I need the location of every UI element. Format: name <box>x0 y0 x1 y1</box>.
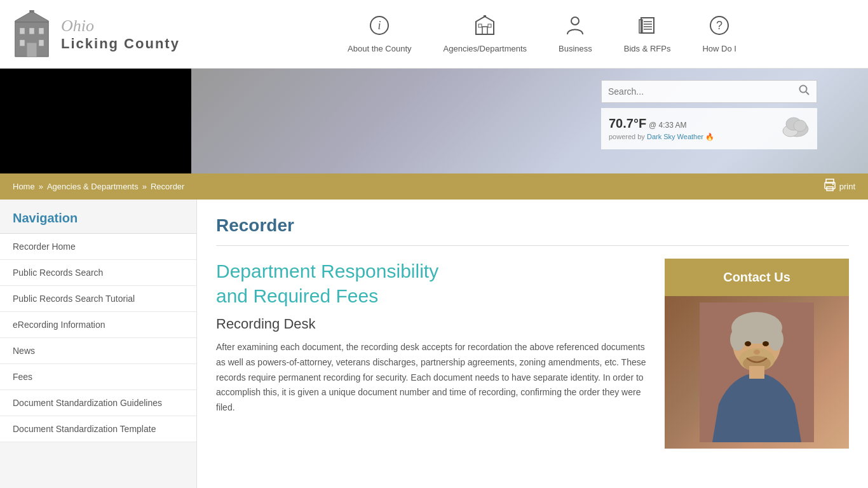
breadcrumb-sep-1: » <box>39 182 43 191</box>
nav-agencies[interactable]: Agencies/Departments <box>444 15 527 53</box>
svg-rect-15 <box>488 24 491 27</box>
logo-county-text: Licking County <box>61 36 180 52</box>
contact-photo <box>665 296 849 449</box>
main-content: Recorder Department Responsibility and R… <box>197 200 868 488</box>
search-icon[interactable] <box>799 85 810 98</box>
logo-text: Ohio Licking County <box>61 17 180 52</box>
nav-bids-label: Bids & RFPs <box>624 44 671 53</box>
svg-rect-14 <box>478 24 482 27</box>
svg-rect-8 <box>27 43 37 57</box>
svg-point-18 <box>571 17 579 25</box>
svg-rect-7 <box>39 40 44 46</box>
body-text: After examining each document, the recor… <box>216 340 649 416</box>
svg-text:i: i <box>378 19 381 32</box>
sidebar: Navigation Recorder Home Public Records … <box>0 200 197 488</box>
print-icon <box>824 179 836 194</box>
weather-box: 70.7°F @ 4:33 AM powered by Dark Sky Wea… <box>601 108 817 149</box>
svg-point-46 <box>754 349 760 355</box>
nav-bids[interactable]: Bids & RFPs <box>624 15 671 53</box>
logo-ohio-text: Ohio <box>61 17 180 36</box>
svg-rect-47 <box>749 366 764 379</box>
nav-about-label: About the County <box>348 44 411 53</box>
site-header: Ohio Licking County i About the County <box>0 0 868 69</box>
page-title: Recorder <box>216 215 849 236</box>
nav-business-label: Business <box>559 44 592 53</box>
weather-temp: 70.7°F <box>609 116 646 130</box>
breadcrumb-bar: Home » Agencies & Departments » Recorder… <box>0 173 868 200</box>
nav-howdoi-label: How Do I <box>702 44 736 53</box>
svg-rect-6 <box>20 40 25 46</box>
print-label: print <box>839 182 855 191</box>
sidebar-nav-title: Navigation <box>0 200 196 234</box>
logo-area: Ohio Licking County <box>13 10 229 58</box>
svg-rect-13 <box>482 27 487 34</box>
hero-banner: 70.7°F @ 4:33 AM powered by Dark Sky Wea… <box>0 69 868 173</box>
building-nav-icon <box>475 15 495 40</box>
svg-rect-3 <box>20 28 25 34</box>
nav-howdoi[interactable]: ? How Do I <box>702 15 736 53</box>
weather-powered-by: powered by Dark Sky Weather 🔥 <box>609 133 714 141</box>
main-layout: Navigation Recorder Home Public Records … <box>0 200 868 488</box>
search-input[interactable] <box>608 86 799 97</box>
contact-us-header: Contact Us <box>665 259 849 296</box>
nav-business[interactable]: Business <box>559 15 592 53</box>
svg-rect-2 <box>29 10 34 13</box>
sub-heading: Recording Desk <box>216 316 649 332</box>
svg-rect-5 <box>39 28 44 34</box>
question-nav-icon: ? <box>709 15 729 40</box>
dark-sky-link[interactable]: Dark Sky Weather <box>647 133 703 140</box>
breadcrumb: Home » Agencies & Departments » Recorder <box>13 182 184 191</box>
content-row: Department Responsibility and Required F… <box>216 259 849 449</box>
section-heading-line1: Department Responsibility <box>216 261 438 281</box>
svg-rect-36 <box>832 184 834 185</box>
nav-about-county[interactable]: i About the County <box>348 15 411 53</box>
person-photo-icon <box>700 302 814 442</box>
search-box[interactable] <box>601 80 817 103</box>
weather-time: @ 4:33 AM <box>649 121 687 130</box>
print-area[interactable]: print <box>824 179 855 194</box>
sidebar-item-recorder-home[interactable]: Recorder Home <box>0 234 196 260</box>
svg-point-32 <box>794 120 806 132</box>
sidebar-item-public-records-search[interactable]: Public Records Search <box>0 260 196 286</box>
main-nav: i About the County Agencies/Departments <box>229 15 855 53</box>
sidebar-item-public-records-tutorial[interactable]: Public Records Search Tutorial <box>0 286 196 312</box>
breadcrumb-agencies[interactable]: Agencies & Departments <box>47 182 139 191</box>
search-weather-area: 70.7°F @ 4:33 AM powered by Dark Sky Wea… <box>601 80 817 149</box>
sidebar-item-doc-template[interactable]: Document Standardization Template <box>0 416 196 442</box>
svg-rect-4 <box>29 28 34 34</box>
svg-point-45 <box>763 341 769 346</box>
svg-line-28 <box>806 92 810 95</box>
contact-sidebar: Contact Us <box>665 259 849 449</box>
section-heading-line2: and Required Fees <box>216 285 378 306</box>
sidebar-item-erecording[interactable]: eRecording Information <box>0 312 196 338</box>
building-icon <box>13 10 51 58</box>
title-divider <box>216 245 849 246</box>
svg-point-44 <box>745 341 751 346</box>
info-icon: i <box>369 15 390 40</box>
sidebar-item-fees[interactable]: Fees <box>0 364 196 390</box>
breadcrumb-home[interactable]: Home <box>13 182 35 191</box>
svg-point-27 <box>800 86 807 93</box>
svg-rect-19 <box>641 18 654 33</box>
flame-icon: 🔥 <box>705 133 714 140</box>
weather-display: 70.7°F @ 4:33 AM <box>609 116 714 131</box>
person-nav-icon <box>565 15 585 40</box>
content-main: Department Responsibility and Required F… <box>216 259 649 449</box>
svg-point-40 <box>730 328 745 351</box>
nav-agencies-label: Agencies/Departments <box>444 44 527 53</box>
svg-rect-17 <box>484 15 486 17</box>
sidebar-item-news[interactable]: News <box>0 338 196 364</box>
newspaper-nav-icon <box>637 15 658 40</box>
breadcrumb-sep-2: » <box>142 182 147 191</box>
breadcrumb-current: Recorder <box>151 182 184 191</box>
section-heading: Department Responsibility and Required F… <box>216 259 649 308</box>
sidebar-item-doc-guidelines[interactable]: Document Standardization Guidelines <box>0 390 196 416</box>
cloud-weather-icon <box>778 113 810 144</box>
svg-point-41 <box>768 328 783 351</box>
svg-text:?: ? <box>716 19 722 32</box>
